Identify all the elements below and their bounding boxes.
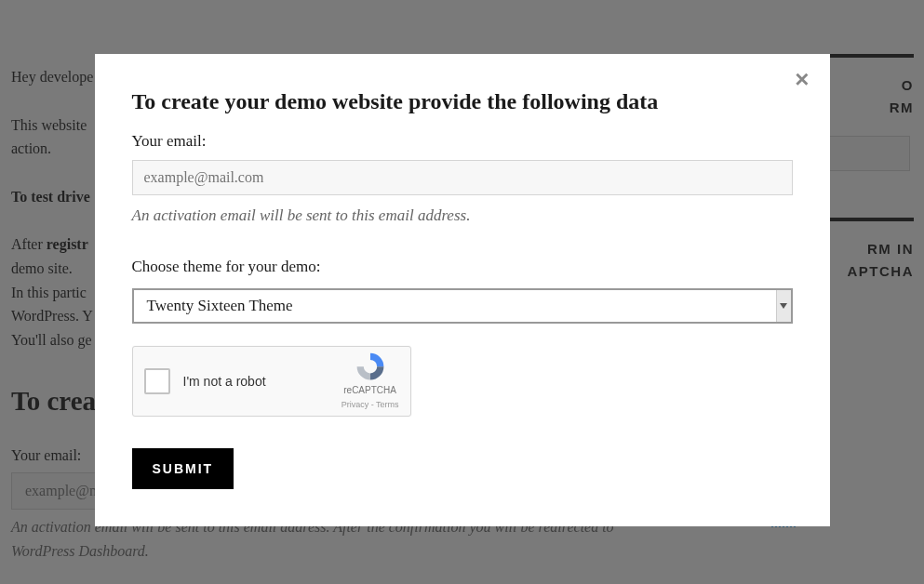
close-icon[interactable]: × bbox=[795, 67, 809, 91]
chevron-down-icon bbox=[776, 290, 791, 322]
submit-button[interactable]: SUBMIT bbox=[132, 448, 234, 489]
modal-theme-label: Choose theme for your demo: bbox=[132, 254, 793, 279]
recaptcha-widget: I'm not a robot reCAPTCHA Privacy - Term… bbox=[132, 346, 411, 417]
demo-modal: × To create your demo website provide th… bbox=[95, 54, 830, 526]
recaptcha-label: I'm not a robot bbox=[183, 371, 341, 392]
modal-theme-selected: Twenty Sixteen Theme bbox=[134, 290, 776, 322]
modal-title: To create your demo website provide the … bbox=[132, 84, 793, 119]
modal-overlay[interactable]: × To create your demo website provide th… bbox=[0, 0, 924, 584]
modal-theme-select[interactable]: Twenty Sixteen Theme bbox=[132, 288, 793, 324]
recaptcha-branding: reCAPTCHA Privacy - Terms bbox=[341, 352, 399, 411]
recaptcha-checkbox[interactable] bbox=[144, 368, 170, 394]
modal-email-input[interactable] bbox=[132, 160, 793, 195]
modal-email-label: Your email: bbox=[132, 128, 793, 153]
recaptcha-icon bbox=[354, 352, 387, 381]
modal-email-note: An activation email will be sent to this… bbox=[132, 203, 793, 228]
